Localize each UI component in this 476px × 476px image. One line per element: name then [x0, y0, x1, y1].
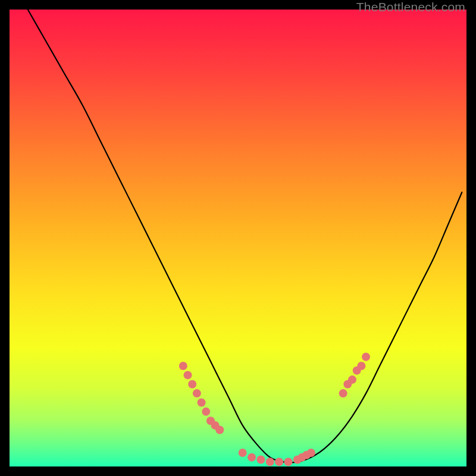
marker-left-cluster: [202, 408, 210, 416]
marker-left-cluster: [184, 371, 192, 379]
marker-bottom-cluster: [256, 455, 265, 464]
marker-left-cluster: [193, 389, 201, 397]
gradient-background: [10, 10, 466, 466]
marker-right-cluster: [339, 389, 347, 397]
marker-bottom-cluster: [275, 458, 283, 466]
marker-right-cluster: [357, 362, 365, 370]
marker-left-cluster: [198, 398, 206, 406]
marker-right-cluster: [362, 353, 370, 361]
marker-bottom-cluster: [248, 453, 256, 462]
chart-canvas: [10, 10, 466, 466]
marker-left-cluster: [179, 362, 187, 370]
marker-left-cluster: [215, 426, 224, 434]
watermark-text: TheBottleneck.com: [356, 0, 465, 14]
marker-bottom-cluster: [266, 458, 274, 466]
marker-bottom-cluster: [239, 449, 247, 457]
marker-bottom-cluster: [307, 449, 315, 457]
marker-left-cluster: [188, 380, 196, 389]
marker-bottom-cluster: [284, 458, 292, 466]
marker-right-cluster: [348, 375, 356, 384]
